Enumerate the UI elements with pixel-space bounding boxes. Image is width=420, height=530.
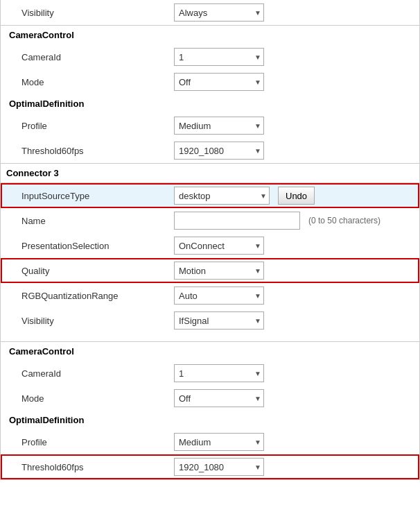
profile-label-c3: Profile bbox=[21, 437, 174, 447]
camera-control-header-top: CameraControl bbox=[1, 26, 419, 44]
undo-button[interactable]: Undo bbox=[278, 187, 315, 205]
camera-id-label-top: CameraId bbox=[21, 52, 174, 62]
settings-panel: Visibility Always Never IfSignal ▼ Camer… bbox=[0, 0, 420, 480]
profile-row-c3: Profile Low Medium High ▼ bbox=[1, 429, 419, 454]
mode-label-top: Mode bbox=[21, 77, 174, 87]
rgb-select-wrapper: Auto Full Limited ▼ bbox=[174, 287, 264, 305]
spacer-1 bbox=[1, 333, 419, 341]
profile-select-top[interactable]: Low Medium High bbox=[174, 117, 264, 135]
rgb-control: Auto Full Limited ▼ bbox=[174, 287, 414, 305]
input-source-select[interactable]: desktop camera document_camera bbox=[174, 187, 270, 205]
threshold-row-top: Threshold60fps 1920_1080 1280_720 3840_2… bbox=[1, 138, 419, 163]
input-source-select-wrapper: desktop camera document_camera ▼ bbox=[174, 187, 270, 205]
input-source-label: InputSourceType bbox=[21, 191, 174, 201]
profile-select-wrapper-top: Low Medium High ▼ bbox=[174, 117, 264, 135]
name-label: Name bbox=[21, 216, 174, 226]
input-source-control: desktop camera document_camera ▼ Undo bbox=[174, 187, 414, 205]
rgb-label: RGBQuantizationRange bbox=[21, 291, 174, 301]
visibility-label-c3: Visibility bbox=[21, 316, 174, 326]
mode-label-c3: Mode bbox=[21, 393, 174, 404]
quality-select-wrapper: Motion Sharpness ▼ bbox=[174, 262, 264, 280]
profile-select-wrapper-c3: Low Medium High ▼ bbox=[174, 433, 264, 451]
rgb-select[interactable]: Auto Full Limited bbox=[174, 287, 264, 305]
visibility-select[interactable]: Always Never IfSignal bbox=[174, 3, 264, 22]
quality-label: Quality bbox=[21, 266, 174, 276]
name-hint: (0 to 50 characters) bbox=[308, 216, 380, 225]
visibility-row: Visibility Always Never IfSignal ▼ bbox=[1, 0, 419, 26]
camera-id-select-top[interactable]: 1 2 bbox=[174, 48, 264, 66]
profile-select-c3[interactable]: Low Medium High bbox=[174, 433, 264, 451]
profile-row-top: Profile Low Medium High ▼ bbox=[1, 113, 419, 138]
threshold-select-wrapper-c3: 1920_1080 1280_720 3840_2160 ▼ bbox=[174, 458, 264, 476]
camera-id-row-top: CameraId 1 2 ▼ bbox=[1, 44, 419, 69]
visibility-control-c3: IfSignal Always Never ▼ bbox=[174, 311, 414, 330]
presentation-control: OnConnect Manual Auto ▼ bbox=[174, 237, 414, 255]
visibility-select-wrapper-c3: IfSignal Always Never ▼ bbox=[174, 311, 264, 330]
visibility-label: Visibility bbox=[21, 8, 174, 18]
threshold-select-c3[interactable]: 1920_1080 1280_720 3840_2160 bbox=[174, 458, 264, 476]
mode-control-c3: Off On ▼ bbox=[174, 389, 414, 407]
camera-id-select-wrapper-c3: 1 2 ▼ bbox=[174, 364, 264, 382]
camera-id-select-wrapper-top: 1 2 ▼ bbox=[174, 48, 264, 66]
presentation-row: PresentationSelection OnConnect Manual A… bbox=[1, 233, 419, 258]
mode-select-top[interactable]: Off On bbox=[174, 73, 264, 91]
quality-control: Motion Sharpness ▼ bbox=[174, 262, 414, 280]
threshold-select-top[interactable]: 1920_1080 1280_720 3840_2160 bbox=[174, 142, 264, 160]
name-input[interactable] bbox=[174, 212, 300, 230]
presentation-select[interactable]: OnConnect Manual Auto bbox=[174, 237, 264, 255]
mode-row-c3: Mode Off On ▼ bbox=[1, 386, 419, 411]
camera-control-header-c3: CameraControl bbox=[1, 341, 419, 361]
camera-id-label-c3: CameraId bbox=[21, 368, 174, 379]
threshold-control-top: 1920_1080 1280_720 3840_2160 ▼ bbox=[174, 142, 414, 160]
quality-row: Quality Motion Sharpness ▼ bbox=[1, 258, 419, 283]
threshold-label-top: Threshold60fps bbox=[21, 146, 174, 156]
name-row: Name (0 to 50 characters) bbox=[1, 208, 419, 233]
threshold-select-wrapper-top: 1920_1080 1280_720 3840_2160 ▼ bbox=[174, 142, 264, 160]
profile-label-top: Profile bbox=[21, 121, 174, 131]
presentation-label: PresentationSelection bbox=[21, 241, 174, 251]
camera-id-control-c3: 1 2 ▼ bbox=[174, 364, 414, 382]
mode-row-top: Mode Off On ▼ bbox=[1, 69, 419, 94]
profile-control-c3: Low Medium High ▼ bbox=[174, 433, 414, 451]
profile-control-top: Low Medium High ▼ bbox=[174, 117, 414, 135]
camera-id-row-c3: CameraId 1 2 ▼ bbox=[1, 361, 419, 386]
optimal-def-header-top: OptimalDefinition bbox=[1, 94, 419, 113]
quality-select[interactable]: Motion Sharpness bbox=[174, 262, 264, 280]
threshold-control-c3: 1920_1080 1280_720 3840_2160 ▼ bbox=[174, 458, 414, 476]
mode-select-wrapper-c3: Off On ▼ bbox=[174, 389, 264, 407]
optimal-def-header-c3: OptimalDefinition bbox=[1, 411, 419, 429]
camera-id-control-top: 1 2 ▼ bbox=[174, 48, 414, 66]
rgb-row: RGBQuantizationRange Auto Full Limited ▼ bbox=[1, 283, 419, 308]
threshold-label-c3: Threshold60fps bbox=[21, 462, 174, 472]
mode-select-c3[interactable]: Off On bbox=[174, 389, 264, 407]
mode-control-top: Off On ▼ bbox=[174, 73, 414, 91]
input-source-row: InputSourceType desktop camera document_… bbox=[1, 183, 419, 208]
visibility-row-c3: Visibility IfSignal Always Never ▼ bbox=[1, 308, 419, 333]
mode-select-wrapper-top: Off On ▼ bbox=[174, 73, 264, 91]
visibility-select-c3[interactable]: IfSignal Always Never bbox=[174, 311, 264, 330]
name-control: (0 to 50 characters) bbox=[174, 212, 414, 230]
camera-id-select-c3[interactable]: 1 2 bbox=[174, 364, 264, 382]
visibility-control: Always Never IfSignal ▼ bbox=[174, 3, 414, 22]
connector3-header: Connector 3 bbox=[1, 163, 419, 183]
visibility-select-wrapper: Always Never IfSignal ▼ bbox=[174, 3, 264, 22]
threshold-row-c3: Threshold60fps 1920_1080 1280_720 3840_2… bbox=[1, 454, 419, 479]
presentation-select-wrapper: OnConnect Manual Auto ▼ bbox=[174, 237, 264, 255]
